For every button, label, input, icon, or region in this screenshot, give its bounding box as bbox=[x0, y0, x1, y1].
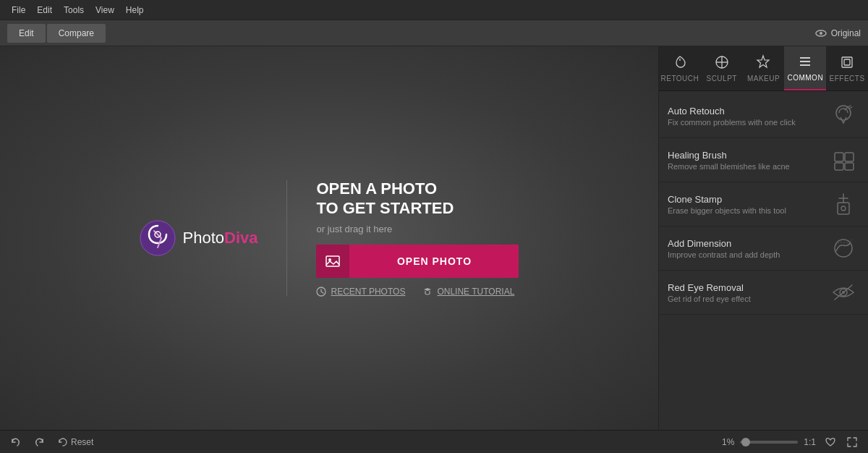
heart-icon bbox=[825, 436, 836, 448]
logo-diva: Diva bbox=[224, 229, 258, 247]
svg-point-17 bbox=[836, 106, 851, 120]
svg-rect-15 bbox=[842, 57, 852, 67]
svg-rect-16 bbox=[844, 59, 850, 65]
online-tutorial-link[interactable]: ONLINE TUTORIAL bbox=[422, 287, 514, 297]
tool-info-red-eye: Red Eye Removal Get rid of red eye effec… bbox=[668, 282, 820, 303]
clone-stamp-icon bbox=[827, 190, 859, 219]
eye-icon bbox=[815, 27, 827, 39]
add-dimension-icon bbox=[827, 234, 859, 263]
zoom-slider[interactable] bbox=[740, 441, 798, 444]
tab-effects[interactable]: EFFECTS bbox=[826, 46, 868, 90]
zoom-percent: 1% bbox=[722, 437, 734, 447]
open-photo-icon bbox=[316, 245, 349, 278]
app-logo-icon bbox=[140, 220, 176, 256]
right-panel: RETOUCH SCULPT MAKEUP bbox=[658, 46, 868, 430]
tool-item-red-eye[interactable]: Red Eye Removal Get rid of red eye effec… bbox=[659, 271, 868, 315]
tool-name-auto-retouch: Auto Retouch bbox=[668, 106, 820, 117]
tutorial-icon bbox=[422, 287, 433, 297]
menu-view[interactable]: View bbox=[90, 0, 120, 20]
bottom-right-icons bbox=[822, 435, 861, 449]
svg-point-1 bbox=[820, 32, 822, 35]
tab-effects-label: EFFECTS bbox=[830, 75, 865, 82]
clock-icon bbox=[316, 287, 326, 297]
tool-desc-red-eye: Get rid of red eye effect bbox=[668, 295, 820, 303]
zoom-ratio: 1:1 bbox=[804, 437, 816, 447]
svg-rect-22 bbox=[838, 203, 849, 214]
tool-desc-auto-retouch: Fix common problems with one click bbox=[668, 118, 820, 127]
logo-photo: Photo bbox=[183, 229, 225, 247]
tab-sculpt[interactable]: SCULPT bbox=[701, 46, 743, 90]
healing-brush-icon bbox=[827, 145, 859, 174]
heart-button[interactable] bbox=[822, 435, 839, 449]
reset-label: Reset bbox=[71, 437, 93, 447]
common-icon bbox=[797, 54, 813, 72]
open-area: OPEN A PHOTO TO GET STARTED or just drag… bbox=[316, 179, 519, 297]
svg-marker-11 bbox=[757, 56, 769, 67]
online-tutorial-label: ONLINE TUTORIAL bbox=[437, 287, 514, 297]
auto-retouch-icon bbox=[827, 101, 859, 130]
tool-info-clone-stamp: Clone Stamp Erase bigger objects with th… bbox=[668, 194, 820, 215]
original-button[interactable]: Original bbox=[815, 27, 861, 39]
tool-name-add-dimension: Add Dimension bbox=[668, 238, 820, 249]
tab-common[interactable]: COMMON bbox=[784, 46, 826, 90]
original-label: Original bbox=[831, 28, 861, 38]
menu-edit[interactable]: Edit bbox=[31, 0, 58, 20]
tab-retouch-label: RETOUCH bbox=[661, 75, 699, 82]
makeup-icon bbox=[755, 54, 771, 72]
menu-tools[interactable]: Tools bbox=[58, 0, 90, 20]
tool-desc-healing-brush: Remove small blemishes like acne bbox=[668, 162, 820, 171]
links-row: RECENT PHOTOS ONLINE TUTORIAL bbox=[316, 287, 519, 297]
edit-button[interactable]: Edit bbox=[7, 24, 46, 43]
tab-makeup-label: MAKEUP bbox=[747, 75, 780, 82]
menu-help[interactable]: Help bbox=[120, 0, 150, 20]
reset-button[interactable]: Reset bbox=[54, 436, 98, 449]
tool-name-red-eye: Red Eye Removal bbox=[668, 282, 820, 293]
svg-rect-21 bbox=[845, 163, 854, 170]
tool-name-clone-stamp: Clone Stamp bbox=[668, 194, 820, 205]
toolbar: Edit Compare Original bbox=[0, 20, 868, 46]
svg-rect-4 bbox=[326, 256, 339, 266]
redo-button[interactable] bbox=[30, 435, 48, 449]
undo-button[interactable] bbox=[7, 435, 25, 449]
svg-rect-18 bbox=[835, 153, 843, 161]
tool-list: Auto Retouch Fix common problems with on… bbox=[659, 91, 868, 430]
open-photo-button[interactable]: OPEN PHOTO bbox=[316, 245, 519, 278]
svg-line-27 bbox=[835, 285, 852, 300]
tool-item-healing-brush[interactable]: Healing Brush Remove small blemishes lik… bbox=[659, 138, 868, 182]
tab-bar: RETOUCH SCULPT MAKEUP bbox=[659, 46, 868, 91]
menu-bar: File Edit Tools View Help bbox=[0, 0, 868, 20]
tab-retouch[interactable]: RETOUCH bbox=[659, 46, 701, 90]
fullscreen-icon bbox=[846, 436, 858, 448]
bottom-bar: Reset 1% 1:1 bbox=[0, 430, 868, 453]
tab-makeup[interactable]: MAKEUP bbox=[743, 46, 785, 90]
sculpt-icon bbox=[714, 54, 730, 72]
tool-desc-clone-stamp: Erase bigger objects with this tool bbox=[668, 206, 820, 215]
fullscreen-button[interactable] bbox=[843, 435, 861, 449]
tab-sculpt-label: SCULPT bbox=[706, 75, 736, 82]
main-content: PhotoDiva OPEN A PHOTO TO GET STARTED or… bbox=[0, 46, 868, 430]
recent-photos-link[interactable]: RECENT PHOTOS bbox=[316, 287, 405, 297]
svg-rect-20 bbox=[835, 163, 843, 170]
redo-icon bbox=[33, 436, 45, 448]
zoom-slider-thumb bbox=[741, 438, 750, 446]
tool-desc-add-dimension: Improve contrast and add depth bbox=[668, 250, 820, 259]
tool-name-healing-brush: Healing Brush bbox=[668, 150, 820, 161]
tool-info-healing-brush: Healing Brush Remove small blemishes lik… bbox=[668, 150, 820, 171]
undo-icon bbox=[10, 436, 22, 448]
welcome-container: PhotoDiva OPEN A PHOTO TO GET STARTED or… bbox=[140, 179, 519, 297]
compare-button[interactable]: Compare bbox=[47, 24, 106, 43]
menu-file[interactable]: File bbox=[6, 0, 31, 20]
canvas-area[interactable]: PhotoDiva OPEN A PHOTO TO GET STARTED or… bbox=[0, 46, 658, 430]
tool-item-auto-retouch[interactable]: Auto Retouch Fix common problems with on… bbox=[659, 94, 868, 138]
recent-photos-label: RECENT PHOTOS bbox=[331, 287, 405, 297]
effects-icon bbox=[839, 54, 855, 72]
logo-text: PhotoDiva bbox=[183, 229, 258, 247]
tool-item-clone-stamp[interactable]: Clone Stamp Erase bigger objects with th… bbox=[659, 182, 868, 226]
logo-divider bbox=[286, 180, 287, 296]
drag-text: or just drag it here bbox=[316, 224, 519, 234]
svg-rect-19 bbox=[845, 153, 854, 161]
tool-info-add-dimension: Add Dimension Improve contrast and add d… bbox=[668, 238, 820, 259]
tool-item-add-dimension[interactable]: Add Dimension Improve contrast and add d… bbox=[659, 226, 868, 271]
red-eye-icon bbox=[827, 278, 859, 307]
open-photo-label: OPEN PHOTO bbox=[349, 255, 519, 267]
